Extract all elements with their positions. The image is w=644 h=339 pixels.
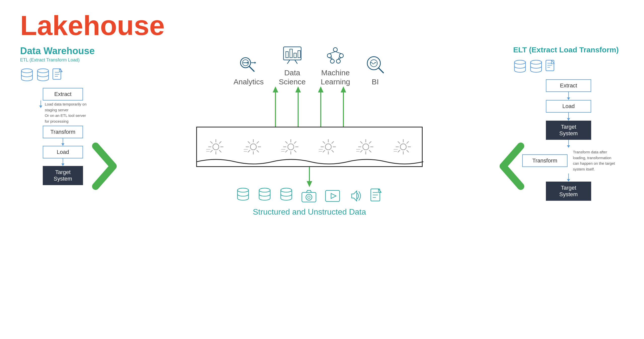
target-box-left: TargetSystem — [43, 166, 83, 185]
svg-marker-62 — [307, 181, 312, 187]
svg-point-55 — [363, 144, 369, 150]
svg-point-21 — [333, 48, 337, 52]
green-arrow-3 — [317, 86, 325, 127]
svg-line-20 — [295, 60, 297, 64]
r-arrow-2 — [567, 118, 570, 121]
right-flow: Extract Load TargetSystem Transform Tran… — [513, 79, 624, 201]
svg-point-46 — [250, 144, 256, 150]
svg-point-58 — [400, 144, 406, 150]
svg-point-0 — [21, 69, 32, 73]
r-arrow-3 — [567, 145, 570, 148]
elt-icons — [513, 59, 624, 74]
r-arrow-4 — [567, 179, 570, 182]
svg-marker-38 — [295, 86, 301, 92]
gear-5 — [356, 137, 376, 157]
transform-box-left: Transform — [43, 126, 83, 138]
video-icon — [325, 189, 341, 203]
dw-title: Data Warehouse — [20, 46, 106, 56]
transform-box-right: Transform — [522, 154, 568, 167]
gear-3 — [281, 137, 301, 157]
svg-rect-69 — [326, 190, 340, 201]
analytics-icon — [238, 55, 259, 75]
gear-4 — [318, 137, 338, 157]
page: Lakehouse Data Warehouse ETL (Extract Tr… — [0, 0, 644, 339]
extract-box-left: Extract — [43, 88, 83, 100]
audio-icon — [348, 189, 362, 203]
svg-marker-83 — [567, 145, 570, 148]
ml-label: MachineLearning — [321, 68, 350, 86]
svg-rect-17 — [294, 53, 296, 58]
gear-6 — [393, 137, 413, 157]
right-section: ELT (Extract Load Transform) — [513, 46, 624, 201]
wave — [197, 157, 423, 166]
svg-marker-5 — [61, 163, 64, 166]
doc-source-icon — [370, 188, 383, 204]
target-box-right-1: TargetSystem — [546, 121, 591, 140]
svg-point-24 — [330, 59, 334, 63]
svg-marker-82 — [567, 118, 570, 121]
gear-1 — [206, 137, 226, 157]
elt-db-2 — [529, 59, 543, 74]
svg-point-65 — [281, 188, 292, 192]
center-down-arrow — [306, 167, 313, 187]
ml-use-case: MachineLearning — [321, 46, 350, 86]
svg-marker-84 — [567, 179, 570, 182]
svg-point-52 — [325, 144, 331, 150]
svg-line-26 — [329, 52, 335, 54]
green-arrow-2 — [294, 86, 302, 127]
analytics-use-case: Analytics — [233, 55, 264, 86]
page-title: Lakehouse — [20, 10, 624, 41]
bi-use-case: BI — [365, 55, 385, 86]
svg-point-22 — [327, 54, 331, 58]
lake-box — [196, 127, 423, 167]
database-icon-2 — [36, 68, 50, 83]
svg-line-27 — [335, 52, 341, 54]
chevron-right-icon — [91, 141, 118, 191]
green-arrow-1 — [272, 86, 279, 127]
svg-marker-40 — [318, 86, 324, 92]
db-source-2 — [258, 187, 272, 205]
arrow-down-2 — [61, 143, 64, 146]
svg-rect-66 — [302, 192, 316, 202]
data-source-label: Structured and Unstructed Data — [253, 207, 366, 217]
data-icons-row — [236, 187, 383, 205]
elt-title: ELT (Extract Load Transform) — [513, 46, 624, 54]
svg-line-34 — [379, 68, 383, 73]
chevron-left-icon — [498, 141, 526, 191]
svg-marker-70 — [331, 193, 336, 198]
svg-marker-12 — [255, 62, 256, 64]
db-source-3 — [279, 187, 293, 205]
arrow-down-1 — [39, 106, 42, 108]
database-icon-1 — [20, 68, 34, 83]
svg-point-49 — [288, 144, 294, 150]
svg-point-68 — [308, 196, 310, 198]
svg-marker-81 — [567, 97, 570, 100]
svg-line-19 — [287, 60, 290, 64]
svg-marker-36 — [273, 86, 278, 92]
svg-point-1 — [37, 69, 49, 73]
transform-row-right: Transform Transform data after loading, … — [522, 148, 615, 174]
camera-icon — [301, 189, 317, 203]
staging-note: Load data temporarily on staging server … — [45, 101, 87, 124]
svg-rect-15 — [286, 52, 288, 58]
use-cases-row: Analytics — [233, 46, 385, 86]
dw-icons — [20, 68, 106, 83]
svg-rect-18 — [298, 51, 300, 58]
svg-point-64 — [259, 188, 270, 192]
gear-2 — [243, 137, 263, 157]
load-box-left: Load — [43, 146, 83, 158]
transform-note: Transform data after loading, transforma… — [573, 149, 615, 172]
document-icon — [52, 68, 63, 82]
dw-subtitle: ETL (Extract Transform Load) — [20, 57, 106, 63]
svg-point-63 — [237, 188, 249, 192]
data-science-use-case: DataScience — [279, 46, 306, 86]
ml-icon — [325, 46, 345, 66]
svg-marker-42 — [341, 86, 346, 92]
db-source-1 — [236, 187, 250, 205]
svg-point-25 — [336, 59, 340, 63]
green-arrow-4 — [340, 86, 347, 127]
svg-marker-4 — [61, 143, 64, 146]
data-science-icon — [282, 46, 302, 66]
svg-marker-3 — [39, 106, 42, 108]
analytics-label: Analytics — [233, 77, 264, 86]
